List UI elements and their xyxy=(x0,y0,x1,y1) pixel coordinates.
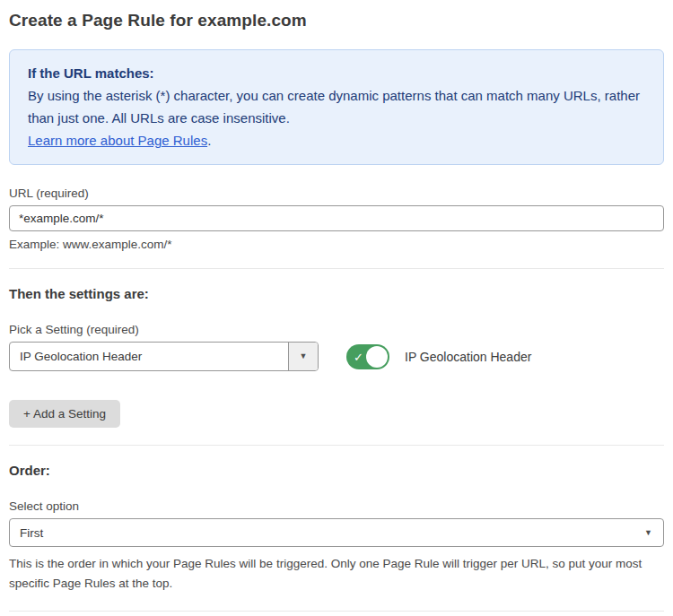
page-title: Create a Page Rule for example.com xyxy=(9,11,664,30)
info-box-heading: If the URL matches: xyxy=(28,62,645,84)
check-icon: ✓ xyxy=(354,351,363,362)
order-section-heading: Order: xyxy=(9,463,664,478)
setting-select-arrow-button[interactable]: ▼ xyxy=(288,343,318,370)
order-select[interactable]: First ▼ xyxy=(9,518,664,547)
chevron-down-icon: ▼ xyxy=(300,352,308,360)
info-box-link-row: Learn more about Page Rules. xyxy=(28,129,645,152)
page-rule-form: Create a Page Rule for example.com If th… xyxy=(0,0,673,616)
add-setting-button[interactable]: + Add a Setting xyxy=(9,400,120,428)
settings-section-heading: Then the settings are: xyxy=(9,286,664,301)
pick-setting-label: Pick a Setting (required) xyxy=(9,323,664,336)
toggle-label: IP Geolocation Header xyxy=(405,350,531,364)
url-match-info-box: If the URL matches: By using the asteris… xyxy=(9,49,664,165)
setting-select-value: IP Geolocation Header xyxy=(10,343,288,370)
ip-geolocation-toggle[interactable]: ✓ xyxy=(346,344,389,369)
order-select-value: First xyxy=(20,526,644,540)
url-example-helper: Example: www.example.com/* xyxy=(9,238,664,251)
section-divider xyxy=(9,268,664,269)
section-divider xyxy=(9,445,664,446)
info-box-body: By using the asterisk (*) character, you… xyxy=(28,84,645,129)
section-divider xyxy=(9,611,664,612)
url-field-label: URL (required) xyxy=(9,187,664,200)
chevron-down-icon: ▼ xyxy=(644,529,652,537)
url-input[interactable] xyxy=(9,205,664,231)
order-select-label: Select option xyxy=(9,499,664,513)
link-suffix: . xyxy=(207,133,211,148)
toggle-knob xyxy=(366,346,388,368)
toggle-wrap: ✓ IP Geolocation Header xyxy=(346,344,531,369)
setting-row: IP Geolocation Header ▼ ✓ IP Geolocation… xyxy=(9,342,664,371)
learn-more-link[interactable]: Learn more about Page Rules xyxy=(28,133,207,148)
setting-select[interactable]: IP Geolocation Header ▼ xyxy=(9,342,319,371)
order-helper-text: This is the order in which your Page Rul… xyxy=(9,554,655,594)
